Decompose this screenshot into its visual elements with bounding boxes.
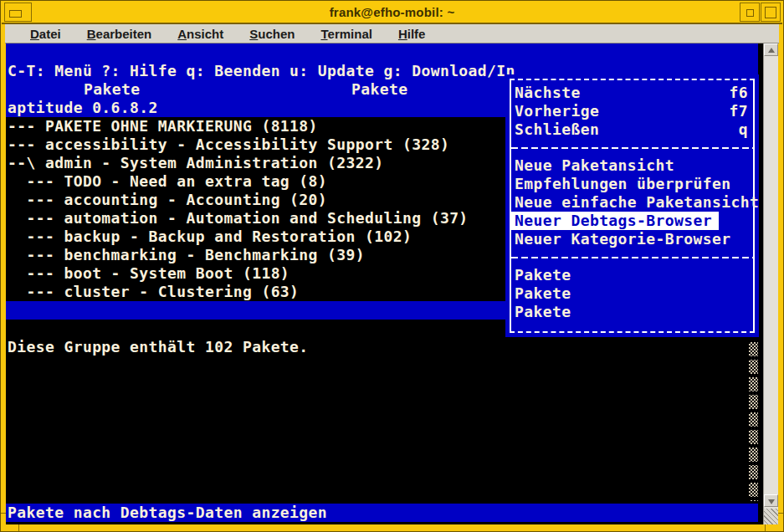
menu-item-neuer-kategorie-browser[interactable]: Neuer Kategorie-Browser <box>511 230 753 248</box>
scrollbar-up-button[interactable] <box>764 43 778 56</box>
tab-pakete-1[interactable]: Pakete <box>84 80 140 99</box>
shade-icon <box>746 9 754 17</box>
menu-item-schliessen[interactable]: Schließen q <box>511 120 753 139</box>
menu-item-label: Nächste <box>515 84 581 102</box>
tab-pakete-2[interactable]: Pakete <box>351 80 407 99</box>
window-maximize-button[interactable] <box>761 3 781 22</box>
group-info-text: Diese Gruppe enthält 102 Pakete. <box>6 338 758 356</box>
menu-item-pakete-1[interactable]: Pakete <box>511 266 753 284</box>
menu-item-vorherige[interactable]: Vorherige f7 <box>511 102 753 120</box>
menu-item-naechste[interactable]: Nächste f6 <box>511 84 753 102</box>
window-title: frank@efho-mobil: ~ <box>2 5 782 19</box>
terminal-screen[interactable]: Aktionen Rückgängig Paket Auflöser Suche… <box>6 43 778 524</box>
aptitude-menubar[interactable]: Aktionen Rückgängig Paket Auflöser Suche… <box>6 43 758 62</box>
menu-item-label: Schließen <box>515 120 599 139</box>
ansichten-dropdown-menu: Nächste f6 Vorherige f7 Schließen q Neue… <box>505 74 759 337</box>
scrollbar-down-button[interactable] <box>764 494 778 507</box>
menu-item-pakete-2[interactable]: Pakete <box>511 284 753 303</box>
menu-item-shortcut: f7 <box>730 102 748 120</box>
maximize-icon <box>765 7 776 18</box>
menu-terminal[interactable]: Terminal <box>320 27 372 41</box>
window-titlebar[interactable]: frank@efho-mobil: ~ <box>2 2 782 24</box>
menu-separator <box>511 139 753 156</box>
window-resize-grip[interactable] <box>764 509 778 524</box>
arrow-down-icon <box>768 499 775 504</box>
arrow-up-icon <box>768 48 775 53</box>
terminal-scrollbar[interactable] <box>763 43 778 524</box>
aptitude-pane-scrollbar <box>749 342 758 501</box>
window-shade-button[interactable] <box>740 3 760 22</box>
menu-ansicht[interactable]: Ansicht <box>177 27 223 41</box>
menu-hilfe[interactable]: Hilfe <box>398 27 426 41</box>
menu-item-neue-paketansicht[interactable]: Neue Paketansicht <box>511 156 753 175</box>
menu-item-empfehlungen[interactable]: Empfehlungen überprüfen <box>511 175 753 193</box>
menu-item-neue-einfache-paketansicht[interactable]: Neue einfache Paketansicht <box>511 193 753 212</box>
menu-suchen[interactable]: Suchen <box>249 27 295 41</box>
menu-separator <box>511 248 753 266</box>
terminal-window: frank@efho-mobil: ~ Datei Bearbeiten Ans… <box>0 0 784 532</box>
menu-item-neuer-debtags-browser[interactable]: Neuer Debtags-Browser <box>511 212 719 230</box>
menu-item-label: Vorherige <box>515 102 599 120</box>
menu-item-pakete-3[interactable]: Pakete <box>511 303 753 321</box>
menu-datei[interactable]: Datei <box>30 27 61 41</box>
menu-item-shortcut: f6 <box>730 84 748 102</box>
menu-bearbeiten[interactable]: Bearbeiten <box>87 27 152 41</box>
frame-notch <box>765 524 766 531</box>
menubar: Datei Bearbeiten Ansicht Suchen Terminal… <box>5 24 779 43</box>
frame-notch <box>778 513 783 514</box>
frame-notch <box>18 524 19 531</box>
aptitude-status-bar: Pakete nach Debtags-Daten anzeigen <box>6 504 758 522</box>
menu-item-shortcut: q <box>739 120 748 139</box>
dropdown-border-box: Nächste f6 Vorherige f7 Schließen q Neue… <box>510 79 755 333</box>
frame-notch <box>1 513 6 514</box>
